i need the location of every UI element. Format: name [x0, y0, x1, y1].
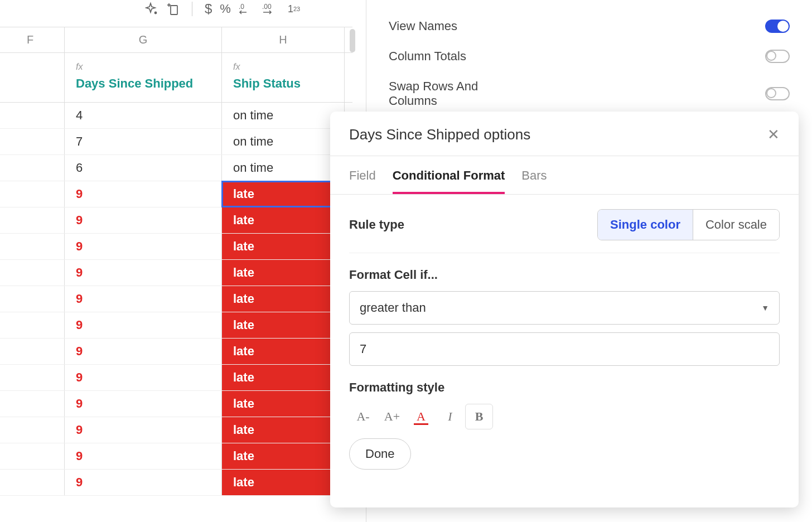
- formatting-style-label: Formatting style: [349, 380, 780, 395]
- setting-swap-rows-cols: Swap Rows And Columns: [389, 71, 790, 116]
- cell-days-since-shipped[interactable]: 9: [65, 391, 222, 417]
- decimal-decrease-icon[interactable]: .0: [239, 2, 254, 16]
- cell-days-since-shipped[interactable]: 9: [65, 260, 222, 286]
- column-header-h[interactable]: fx Ship Status: [222, 53, 345, 102]
- fx-icon: fx: [233, 62, 333, 72]
- cell-ship-status[interactable]: late: [222, 207, 345, 233]
- cell-f[interactable]: [0, 155, 65, 181]
- column-header-g[interactable]: fx Days Since Shipped: [65, 53, 222, 102]
- column-letter-h[interactable]: H: [222, 27, 345, 52]
- cell-days-since-shipped[interactable]: 9: [65, 443, 222, 469]
- close-icon[interactable]: ✕: [767, 126, 780, 143]
- sparkle-icon[interactable]: [145, 2, 158, 16]
- cell-days-since-shipped[interactable]: 9: [65, 207, 222, 233]
- rule-type-row: Rule type Single color Color scale: [349, 209, 780, 253]
- cell-ship-status[interactable]: late: [222, 312, 345, 338]
- cell-ship-status[interactable]: late: [222, 365, 345, 390]
- tab-field[interactable]: Field: [349, 168, 376, 194]
- cell-f[interactable]: [0, 103, 65, 128]
- cell-days-since-shipped[interactable]: 4: [65, 103, 222, 128]
- cell-days-since-shipped[interactable]: 6: [65, 155, 222, 181]
- setting-column-totals: Column Totals: [389, 41, 790, 71]
- spreadsheet: F G H fx Days Since Shipped fx Ship Stat…: [0, 27, 352, 496]
- cell-f[interactable]: [0, 365, 65, 390]
- cell-f[interactable]: [0, 339, 65, 364]
- table-row: 9late: [0, 207, 352, 234]
- cell-ship-status[interactable]: on time: [222, 155, 345, 181]
- bold-button[interactable]: B: [465, 404, 493, 429]
- font-decrease-button[interactable]: A-: [349, 404, 377, 429]
- column-letter-f[interactable]: F: [0, 27, 65, 52]
- cell-ship-status[interactable]: late: [222, 391, 345, 417]
- formatting-toolbar: A- A+ A I B: [349, 404, 780, 429]
- decimal-increase-icon[interactable]: .00: [262, 2, 280, 16]
- cell-ship-status[interactable]: late: [222, 470, 345, 495]
- tab-conditional-format[interactable]: Conditional Format: [393, 168, 505, 194]
- cell-days-since-shipped[interactable]: 9: [65, 417, 222, 443]
- column-header-f[interactable]: [0, 53, 65, 102]
- table-row: 7on time: [0, 129, 352, 155]
- toggle-swap-rows-cols[interactable]: [765, 87, 790, 100]
- cell-f[interactable]: [0, 286, 65, 312]
- cell-ship-status[interactable]: on time: [222, 103, 345, 128]
- setting-label: View Names: [389, 19, 457, 33]
- cell-f[interactable]: [0, 417, 65, 443]
- cell-ship-status[interactable]: late: [222, 443, 345, 469]
- cell-days-since-shipped[interactable]: 9: [65, 286, 222, 312]
- insert-icon[interactable]: [166, 2, 180, 16]
- cell-f[interactable]: [0, 260, 65, 286]
- cell-ship-status[interactable]: late: [222, 417, 345, 443]
- cell-days-since-shipped[interactable]: 9: [65, 234, 222, 259]
- cell-f[interactable]: [0, 470, 65, 495]
- popover-tabs: Field Conditional Format Bars: [330, 156, 799, 195]
- toggle-view-names[interactable]: [765, 20, 790, 33]
- cell-days-since-shipped[interactable]: 9: [65, 181, 222, 207]
- cell-ship-status[interactable]: late: [222, 339, 345, 364]
- cell-f[interactable]: [0, 391, 65, 417]
- options-popover: Days Since Shipped options ✕ Field Condi…: [330, 112, 799, 508]
- font-increase-button[interactable]: A+: [378, 404, 406, 429]
- table-row: 9late: [0, 312, 352, 339]
- setting-label: Column Totals: [389, 49, 466, 64]
- done-button[interactable]: Done: [349, 438, 411, 470]
- currency-icon[interactable]: $: [205, 1, 212, 17]
- cell-f[interactable]: [0, 207, 65, 233]
- cell-days-since-shipped[interactable]: 9: [65, 365, 222, 390]
- condition-select[interactable]: greater than ▼: [349, 291, 780, 325]
- cell-f[interactable]: [0, 181, 65, 207]
- table-row: 9late: [0, 470, 352, 496]
- italic-button[interactable]: I: [436, 404, 464, 429]
- toggle-column-totals[interactable]: [765, 50, 790, 63]
- percent-icon[interactable]: %: [220, 2, 231, 16]
- cell-ship-status[interactable]: late: [222, 260, 345, 286]
- cell-days-since-shipped[interactable]: 9: [65, 312, 222, 338]
- column-title-g: Days Since Shipped: [76, 75, 210, 92]
- cell-f[interactable]: [0, 234, 65, 259]
- scrollbar-thumb[interactable]: [350, 29, 355, 52]
- cell-days-since-shipped[interactable]: 7: [65, 129, 222, 154]
- table-row: 9late: [0, 181, 352, 207]
- cell-ship-status[interactable]: late: [222, 286, 345, 312]
- cell-days-since-shipped[interactable]: 9: [65, 339, 222, 364]
- rule-type-color-scale[interactable]: Color scale: [693, 210, 779, 240]
- cell-f[interactable]: [0, 443, 65, 469]
- table-row: 4on time: [0, 103, 352, 129]
- cell-ship-status[interactable]: late: [222, 234, 345, 259]
- setting-view-names: View Names: [389, 11, 790, 41]
- condition-value-input[interactable]: [349, 332, 780, 366]
- font-color-button[interactable]: A: [407, 404, 435, 429]
- rule-type-single-color[interactable]: Single color: [598, 210, 693, 240]
- cell-days-since-shipped[interactable]: 9: [65, 470, 222, 495]
- rule-type-label: Rule type: [349, 218, 404, 232]
- svg-rect-1: [171, 6, 177, 14]
- cell-f[interactable]: [0, 129, 65, 154]
- chevron-down-icon: ▼: [761, 303, 769, 312]
- cell-f[interactable]: [0, 312, 65, 338]
- format-number-icon[interactable]: 123: [288, 3, 300, 15]
- svg-text:.00: .00: [262, 3, 272, 11]
- tab-bars[interactable]: Bars: [521, 168, 547, 194]
- cell-ship-status[interactable]: late: [222, 181, 345, 207]
- table-row: 9late: [0, 286, 352, 312]
- column-letter-g[interactable]: G: [65, 27, 222, 52]
- cell-ship-status[interactable]: on time: [222, 129, 345, 154]
